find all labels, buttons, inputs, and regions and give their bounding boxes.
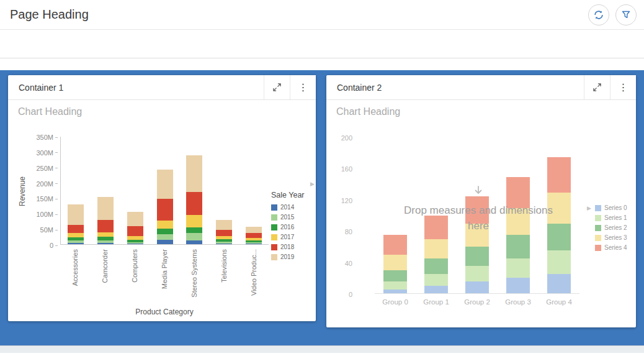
- bar-segment[interactable]: [157, 234, 173, 240]
- bar-segment[interactable]: [246, 227, 262, 234]
- bar-segment[interactable]: [216, 230, 232, 236]
- more-options-button[interactable]: ⋮: [610, 75, 636, 99]
- container-1-panel: Container 1 ⋮ Chart Heading Revenue 050M…: [8, 75, 316, 321]
- bar-segment[interactable]: [157, 221, 173, 229]
- bar-segment[interactable]: [186, 227, 202, 234]
- bar-segment[interactable]: [186, 192, 202, 215]
- filter-button[interactable]: [615, 4, 637, 25]
- bar-segment[interactable]: [465, 281, 489, 293]
- y-tick-text: 250M: [36, 165, 53, 172]
- x-axis-labels: AccessoriesCamcorderComputersMedia Playe…: [60, 249, 269, 306]
- legend-item[interactable]: Series 4: [595, 244, 632, 251]
- bar-segment[interactable]: [424, 286, 448, 294]
- legend-item[interactable]: 2019: [271, 253, 315, 260]
- tick-mark: [55, 230, 58, 230]
- legend-swatch: [595, 235, 601, 241]
- legend-item[interactable]: Series 1: [595, 214, 632, 221]
- bar-segment[interactable]: [506, 278, 530, 293]
- legend-scroll-arrow-icon[interactable]: ▶: [271, 181, 315, 189]
- legend-item[interactable]: Series 3: [595, 234, 632, 241]
- bar-segment[interactable]: [97, 243, 114, 244]
- legend-label: 2019: [280, 253, 294, 260]
- bar-segment[interactable]: [424, 239, 448, 258]
- bar-group[interactable]: [179, 137, 209, 244]
- legend-title: Sale Year: [271, 191, 315, 199]
- legend-item[interactable]: 2018: [271, 244, 315, 250]
- bar-segment[interactable]: [465, 247, 489, 266]
- bar-segment[interactable]: [383, 290, 407, 293]
- bar-segment[interactable]: [216, 220, 232, 230]
- bar-segment[interactable]: [465, 266, 489, 281]
- bar-segment[interactable]: [157, 240, 173, 244]
- y-tick-text: 0: [349, 291, 352, 298]
- bar-segment[interactable]: [246, 244, 262, 244]
- bar-segment[interactable]: [383, 281, 407, 290]
- legend-item[interactable]: 2017: [271, 234, 315, 240]
- bar-group[interactable]: [120, 137, 150, 244]
- bar-segment[interactable]: [127, 226, 143, 237]
- bar-segment[interactable]: [506, 235, 530, 258]
- refresh-button[interactable]: [588, 4, 609, 25]
- chart-area: Chart Heading 04080120160200 Group 0Grou…: [326, 100, 636, 327]
- bar-segment[interactable]: [97, 197, 114, 220]
- bar-segment[interactable]: [127, 212, 143, 226]
- bar-segment[interactable]: [383, 270, 407, 282]
- bar-group[interactable]: [239, 137, 269, 244]
- legend-item[interactable]: Series 2: [595, 224, 632, 231]
- bar-segment[interactable]: [97, 232, 114, 237]
- container-2-panel: Container 2 ⋮ Chart Heading 040801201602…: [326, 75, 636, 327]
- bar-segment[interactable]: [246, 233, 262, 237]
- bar-segment[interactable]: [186, 155, 202, 191]
- drop-target[interactable]: Drop measures and dimensions here: [404, 185, 553, 234]
- bar-segment[interactable]: [186, 215, 202, 227]
- y-tick-text: 150M: [36, 195, 53, 203]
- bar-segment[interactable]: [424, 258, 448, 274]
- y-tick-label: 80: [333, 228, 352, 235]
- bar-segment[interactable]: [383, 255, 407, 270]
- legend-scroll-arrow-icon[interactable]: ▶: [587, 205, 591, 211]
- bar-group[interactable]: [150, 137, 180, 244]
- bar-segment[interactable]: [68, 233, 84, 237]
- x-category-text: Accessories: [71, 249, 79, 286]
- bar-segment[interactable]: [547, 274, 571, 293]
- bar-group[interactable]: [91, 137, 120, 244]
- bar-segment[interactable]: [68, 225, 84, 234]
- legend-swatch: [271, 214, 277, 221]
- bar-group[interactable]: [61, 137, 91, 244]
- bar-segment[interactable]: [547, 250, 571, 274]
- bar-segment[interactable]: [157, 229, 173, 234]
- y-tick-label: 200: [333, 134, 352, 142]
- bar-segment[interactable]: [383, 235, 407, 254]
- more-options-button[interactable]: ⋮: [290, 75, 316, 99]
- bar-segment[interactable]: [216, 244, 232, 244]
- tick-mark: [55, 183, 58, 184]
- bar-segment[interactable]: [127, 244, 143, 244]
- legend-item[interactable]: 2016: [271, 224, 315, 230]
- app-header: Page Heading: [0, 0, 644, 30]
- maximize-button[interactable]: [264, 75, 290, 99]
- bar-segment[interactable]: [157, 199, 173, 220]
- legend-item[interactable]: 2015: [271, 214, 315, 221]
- bar-segment[interactable]: [424, 274, 448, 286]
- bar-segment[interactable]: [506, 258, 530, 278]
- legend-label: 2014: [280, 204, 294, 211]
- bar-segment[interactable]: [68, 204, 84, 224]
- legend-item[interactable]: Series 0: [595, 204, 632, 211]
- bar-segment[interactable]: [97, 220, 114, 233]
- y-tick-label: 0: [333, 291, 352, 298]
- tick-mark: [55, 245, 58, 246]
- toolbar-row: [0, 30, 644, 58]
- bar-segment[interactable]: [68, 243, 84, 244]
- maximize-button[interactable]: [584, 75, 610, 99]
- y-tick-text: 80: [345, 228, 352, 235]
- y-tick-label: 300M: [29, 149, 58, 157]
- legend-label: 2015: [280, 214, 294, 221]
- bar-group[interactable]: [209, 137, 239, 244]
- legend-item[interactable]: 2014: [271, 204, 315, 211]
- y-tick-label: 100M: [29, 211, 58, 218]
- bar-segment[interactable]: [157, 170, 173, 199]
- y-tick-label: 0: [29, 242, 58, 249]
- tick-mark: [55, 137, 58, 138]
- bar-segment[interactable]: [186, 233, 202, 240]
- bar-segment[interactable]: [186, 240, 202, 244]
